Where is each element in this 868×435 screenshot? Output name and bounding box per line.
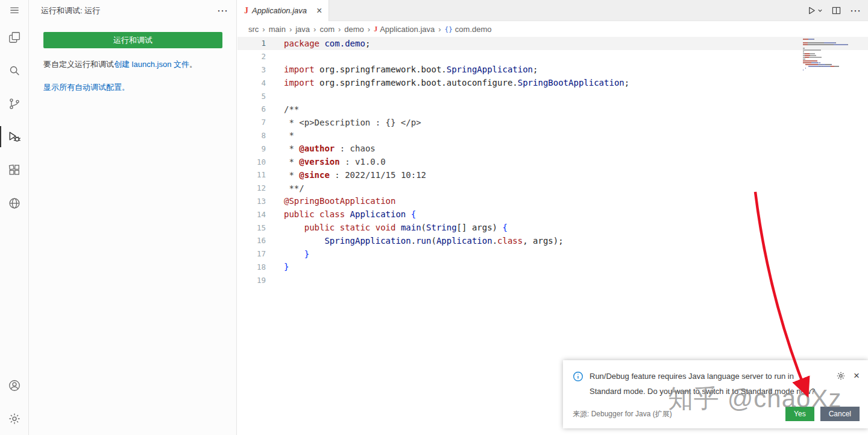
settings-gear-icon[interactable] [0, 402, 29, 435]
minimap[interactable] [803, 39, 858, 73]
activity-bar [0, 0, 29, 435]
code-line[interactable]: 18} [237, 261, 868, 274]
explorer-icon[interactable] [0, 21, 29, 54]
breadcrumb-separator-icon: › [438, 25, 441, 34]
info-icon [573, 371, 583, 384]
line-number: 14 [237, 210, 266, 219]
line-number: 3 [237, 65, 266, 74]
tab-strip: J Application.java × ⋯ [237, 0, 868, 21]
customize-hint-suffix: 。 [189, 60, 197, 69]
source-control-icon[interactable] [0, 87, 29, 120]
notification-source: 来源: Debugger for Java (扩展) [573, 409, 785, 419]
code-line[interactable]: 2 [237, 50, 868, 63]
remote-explorer-icon[interactable] [0, 186, 29, 220]
cancel-button[interactable]: Cancel [820, 407, 860, 421]
breadcrumb-item[interactable]: src [248, 25, 259, 34]
sidebar-title: 运行和调试: 运行 [41, 5, 217, 16]
line-number: 2 [237, 52, 266, 61]
line-number: 9 [237, 144, 266, 153]
braces-icon: {} [445, 25, 453, 33]
editor-more-actions-icon[interactable]: ⋯ [850, 5, 861, 16]
code-text: * @author : chaos [284, 144, 376, 153]
code-line[interactable]: 6/** [237, 103, 868, 116]
tab-application-java[interactable]: J Application.java × [237, 0, 329, 21]
run-and-debug-icon[interactable] [0, 120, 29, 153]
breadcrumb-item[interactable]: demo [344, 25, 364, 34]
code-line[interactable]: 4import org.springframework.boot.autocon… [237, 76, 868, 89]
minimap-content [803, 39, 858, 72]
breadcrumb-item[interactable]: com [319, 25, 335, 34]
line-number: 1 [237, 39, 266, 48]
breadcrumb-separator-icon: › [262, 25, 265, 34]
sidebar-more-actions-icon[interactable]: ⋯ [217, 5, 228, 16]
line-number: 18 [237, 262, 266, 271]
code-text: package com.demo; [284, 39, 370, 48]
code-line[interactable]: 3import org.springframework.boot.SpringA… [237, 63, 868, 77]
line-number: 16 [237, 236, 266, 245]
code-line[interactable]: 12 **/ [237, 182, 868, 195]
code-text: } [284, 249, 309, 259]
line-number: 15 [237, 223, 266, 232]
line-number: 4 [237, 78, 266, 87]
breadcrumb-separator-icon: › [313, 25, 316, 34]
breadcrumb-item[interactable]: {}com.demo [445, 25, 492, 34]
search-icon[interactable] [0, 54, 29, 87]
notification-close-icon[interactable]: × [854, 370, 860, 381]
breadcrumb-label: com [319, 25, 335, 34]
menu-icon[interactable] [0, 0, 29, 21]
show-auto-debug-configs-link[interactable]: 显示所有自动调试配置。 [43, 83, 130, 92]
line-number: 10 [237, 157, 266, 167]
code-text: * [284, 130, 294, 140]
code-line[interactable]: 7 * <p>Description : {} </p> [237, 116, 868, 129]
code-line[interactable]: 11 * @since : 2022/11/15 10:12 [237, 168, 868, 182]
breadcrumb-item[interactable]: main [269, 25, 286, 34]
code-line[interactable]: 1package com.demo; [237, 37, 868, 50]
extensions-icon[interactable] [0, 153, 29, 186]
tab-close-icon[interactable]: × [316, 6, 322, 16]
run-and-debug-button[interactable]: 运行和调试 [43, 32, 222, 48]
code-line[interactable]: 14public class Application { [237, 208, 868, 221]
sidebar-run-and-debug: 运行和调试: 运行 ⋯ 运行和调试 要自定义运行和调试创建 launch.jso… [29, 0, 237, 435]
code-text: /** [284, 104, 299, 114]
code-text: } [284, 262, 289, 271]
code-line[interactable]: 19 [237, 273, 868, 287]
breadcrumb-separator-icon: › [338, 25, 341, 34]
breadcrumb-label: demo [344, 25, 364, 34]
editor-actions: ⋯ [807, 0, 861, 21]
breadcrumb: src›main›java›com›demo›JApplication.java… [237, 21, 868, 37]
breadcrumb-label: java [295, 25, 310, 34]
breadcrumb-item[interactable]: java [295, 25, 310, 34]
yes-button[interactable]: Yes [785, 407, 814, 421]
breadcrumb-separator-icon: › [368, 25, 370, 34]
run-file-button[interactable] [807, 6, 823, 15]
code-text: import org.springframework.boot.SpringAp… [284, 65, 538, 74]
code-line[interactable]: 5 [237, 89, 868, 103]
code-line[interactable]: 15 public static void main(String[] args… [237, 221, 868, 234]
java-file-icon: J [244, 6, 248, 16]
code-line[interactable]: 16 SpringApplication.run(Application.cla… [237, 234, 868, 247]
code-text: * <p>Description : {} </p> [284, 118, 421, 127]
code-text: **/ [284, 183, 304, 193]
code-text: import org.springframework.boot.autoconf… [284, 78, 629, 87]
line-number: 8 [237, 131, 266, 140]
line-number: 5 [237, 92, 266, 101]
split-editor-icon[interactable] [832, 6, 841, 15]
code-text: @SpringBootApplication [284, 196, 395, 206]
breadcrumb-label: Application.java [380, 25, 435, 34]
create-launch-json-link[interactable]: 创建 launch.json 文件 [114, 60, 189, 69]
customize-hint-prefix: 要自定义运行和调试 [43, 60, 114, 69]
breadcrumb-label: src [248, 25, 259, 34]
code-line[interactable]: 8 * [237, 129, 868, 142]
notification-settings-gear-icon[interactable] [836, 371, 846, 381]
account-icon[interactable] [0, 369, 29, 402]
breadcrumb-item[interactable]: JApplication.java [374, 25, 435, 34]
line-number: 6 [237, 104, 266, 113]
auto-debug-configs-row: 显示所有自动调试配置。 [43, 81, 222, 93]
code-line[interactable]: 17 } [237, 247, 868, 261]
code-line[interactable]: 9 * @author : chaos [237, 142, 868, 155]
sidebar-header: 运行和调试: 运行 ⋯ [29, 0, 236, 21]
breadcrumb-label: com.demo [455, 25, 492, 34]
notification-message: Run/Debug feature requires Java language… [590, 369, 826, 399]
code-line[interactable]: 10 * @version : v1.0.0 [237, 155, 868, 168]
code-line[interactable]: 13@SpringBootApplication [237, 195, 868, 208]
